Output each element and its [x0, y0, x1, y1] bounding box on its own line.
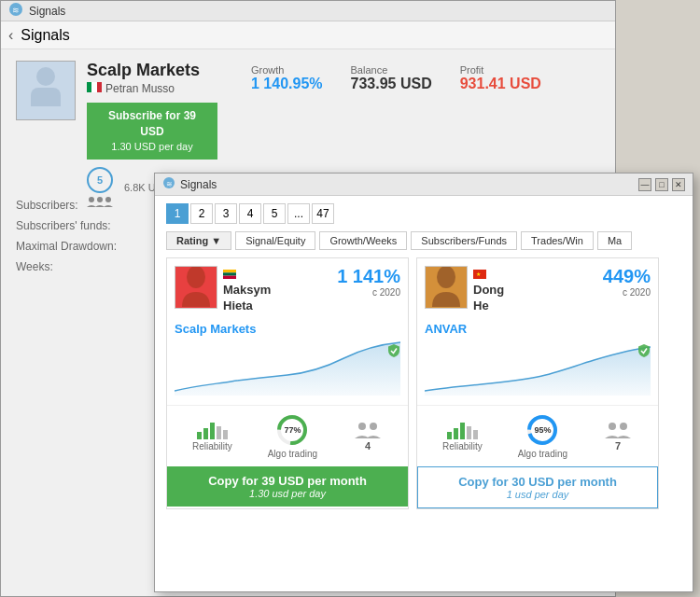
svg-text:≋: ≋: [12, 6, 20, 15]
back-button[interactable]: ‹: [8, 27, 13, 44]
cards-container: MaksymHieta 1 141% c 2020 Scalp Markets: [155, 257, 693, 509]
page-btn-...[interactable]: ...: [287, 203, 310, 224]
svg-point-25: [620, 423, 627, 430]
svg-point-18: [370, 423, 377, 430]
stat-reliability-0: Reliability: [192, 421, 232, 451]
filter-tab-rating[interactable]: Rating ▼: [166, 231, 231, 250]
subscribe-line2: 1.30 USD per day: [98, 140, 206, 154]
profit-label: Profit: [460, 64, 541, 76]
page-btn-3[interactable]: 3: [215, 203, 237, 224]
minimize-button[interactable]: —: [638, 178, 651, 191]
filter-tabs: Rating ▼Signal/EquityGrowth/WeeksSubscri…: [155, 231, 693, 257]
author-name: Petran Musso: [105, 82, 175, 95]
algo-label-1: Algo trading: [518, 449, 567, 459]
bar-2: [460, 423, 465, 439]
bar-4: [473, 430, 478, 439]
filter-tab-trades-win[interactable]: Trades/Win: [521, 231, 594, 250]
svg-rect-2: [87, 82, 91, 92]
card-signal-name-0[interactable]: Scalp Markets: [167, 322, 408, 340]
algo-percent-1: 95%: [534, 425, 551, 435]
pagination: 12345...47: [155, 196, 693, 231]
shield-icon-1: [637, 343, 651, 361]
svg-rect-14: [223, 276, 236, 279]
svg-point-17: [358, 423, 366, 430]
svg-point-11: [187, 266, 205, 288]
close-button[interactable]: ✕: [672, 178, 685, 191]
svg-point-24: [609, 423, 616, 430]
copy-line1-1: Copy for 30 USD per month: [458, 475, 617, 489]
svg-rect-12: [223, 270, 236, 272]
stat-reliability-1: Reliability: [442, 421, 483, 451]
avatar: [16, 61, 76, 120]
info-panel: Subscribers: Subscribers' funds: Maximal…: [1, 187, 160, 292]
growth-value: 1 140.95%: [251, 76, 323, 92]
filter-tab-growth-weeks[interactable]: Growth/Weeks: [319, 231, 407, 250]
card-year-0: c 2020: [337, 287, 400, 298]
signals-icon: ≋: [8, 2, 23, 20]
outer-title: Signals: [29, 5, 65, 18]
drawdown-label: Maximal Drawdown:: [16, 240, 145, 253]
stat-algo-0: 77% Algo trading: [268, 413, 317, 459]
profile-section: Scalp Markets Petran Musso: [1, 49, 615, 163]
stat-balance: Balance 733.95 USD: [351, 64, 432, 92]
subscribers-label: Subscribers:: [16, 199, 145, 212]
mini-chart-svg-1: [425, 340, 651, 396]
card-chart-0: [167, 340, 408, 405]
subscribe-button[interactable]: Subscribe for 39 USD 1.30 USD per day: [87, 103, 217, 160]
reliability-bars-0: [197, 421, 228, 439]
bar-4: [223, 430, 228, 439]
copy-button-1[interactable]: Copy for 30 USD per month 1 usd per day: [417, 466, 658, 508]
card-author-name-1: DongHe: [473, 283, 597, 314]
subscribe-line1: Subscribe for 39 USD: [98, 108, 206, 140]
info-funds: Subscribers' funds:: [16, 219, 145, 232]
svg-text:≋: ≋: [166, 180, 173, 188]
profile-name-section: Scalp Markets Petran Musso: [87, 61, 217, 160]
card-sub-count-0: 4: [365, 440, 371, 451]
card-subscribers-0: 4: [353, 420, 383, 451]
copy-button-0[interactable]: Copy for 39 USD per month 1.30 usd per d…: [167, 466, 408, 507]
page-btn-5[interactable]: 5: [263, 203, 286, 224]
profile-right: Scalp Markets Petran Musso: [87, 61, 600, 160]
card-growth-0: 1 141%: [337, 266, 400, 287]
profile-top-row: Scalp Markets Petran Musso: [87, 61, 600, 160]
weeks-label: Weeks:: [16, 260, 145, 273]
card-header-1: ★ DongHe 449% c 2020: [417, 258, 658, 322]
page-btn-2[interactable]: 2: [190, 203, 213, 224]
copy-line2-0: 1.30 usd per day: [175, 488, 400, 499]
card-header-0: MaksymHieta 1 141% c 2020: [167, 258, 408, 322]
card-author-name-0: MaksymHieta: [223, 283, 331, 314]
bar-0: [447, 432, 452, 439]
svg-rect-3: [91, 82, 97, 92]
card-chart-1: [417, 340, 658, 405]
filter-tab-subscribers-funds[interactable]: Subscribers/Funds: [411, 231, 517, 250]
dialog-titlebar: ≋ Signals — □ ✕: [155, 174, 693, 196]
card-sub-count-1: 7: [615, 440, 621, 451]
filter-tab-ma[interactable]: Ma: [597, 231, 632, 250]
inner-dialog: ≋ Signals — □ ✕ 12345...47 Rating ▼Signa…: [154, 173, 693, 592]
balance-label: Balance: [351, 64, 432, 76]
growth-label: Growth: [251, 64, 323, 76]
maximize-button[interactable]: □: [655, 178, 668, 191]
bar-0: [197, 432, 202, 439]
stat-profit: Profit 931.41 USD: [460, 64, 541, 92]
dialog-controls: — □ ✕: [638, 178, 685, 191]
card-signal-name-1[interactable]: ANVAR: [417, 322, 658, 340]
copy-line1-0: Copy for 39 USD per month: [208, 474, 367, 488]
donut-0: 77%: [275, 413, 309, 447]
info-drawdown: Maximal Drawdown:: [16, 240, 145, 253]
info-weeks: Weeks:: [16, 260, 145, 273]
card-growth-1: 449%: [603, 266, 651, 287]
page-btn-4[interactable]: 4: [239, 203, 261, 224]
card-bottom-0: Reliability 77% Algo trading 4: [167, 405, 408, 466]
page-btn-47[interactable]: 47: [312, 203, 334, 224]
svg-text:★: ★: [476, 271, 481, 277]
stat-growth: Growth 1 140.95%: [251, 64, 323, 92]
page-btn-1[interactable]: 1: [166, 203, 189, 224]
italy-flag-svg: [87, 82, 102, 92]
bar-3: [467, 426, 471, 439]
bar-1: [454, 428, 458, 439]
filter-tab-signal-equity[interactable]: Signal/Equity: [235, 231, 315, 250]
outer-titlebar: ≋ Signals: [1, 1, 615, 21]
svg-rect-13: [223, 272, 236, 275]
card-year-1: c 2020: [603, 287, 651, 298]
